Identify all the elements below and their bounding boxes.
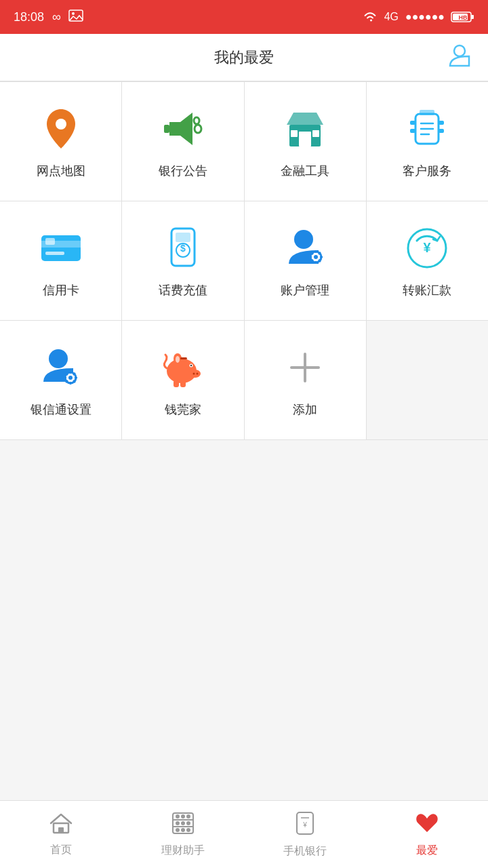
svg-rect-30 — [176, 233, 190, 242]
tab-mobile-banking[interactable]: ¥ 手机银行 — [244, 801, 366, 868]
svg-point-64 — [176, 356, 180, 363]
svg-point-58 — [190, 370, 201, 378]
grid-item-qianmoujia[interactable]: 钱莞家 — [122, 321, 244, 439]
grid-row-1: 网点地图 银行公告 — [0, 82, 488, 201]
abacus-icon — [171, 812, 195, 840]
page-title: 我的最爱 — [214, 47, 274, 68]
map-icon — [37, 104, 85, 153]
svg-rect-27 — [45, 252, 64, 255]
svg-point-33 — [294, 230, 313, 249]
announcement-label: 银行公告 — [159, 163, 207, 179]
grid-item-customer-service[interactable]: 客户服务 — [367, 82, 488, 201]
yintong-label: 银信通设置 — [30, 401, 92, 418]
account-manage-label: 账户管理 — [281, 282, 329, 298]
svg-rect-14 — [291, 130, 298, 137]
svg-text:¥: ¥ — [424, 240, 432, 255]
add-label: 添加 — [293, 401, 317, 418]
svg-text:HB: HB — [459, 14, 468, 21]
svg-point-80 — [186, 821, 190, 825]
svg-point-46 — [49, 349, 68, 368]
tab-mobile-banking-label: 手机银行 — [283, 844, 327, 859]
svg-point-62 — [190, 364, 192, 366]
status-right: 4G ●●●●●● HB — [363, 11, 474, 23]
svg-point-1 — [72, 12, 75, 15]
signal-dots: ●●●●●● — [405, 11, 445, 23]
tab-favorites[interactable]: 最爱 — [366, 801, 488, 868]
svg-rect-18 — [410, 121, 415, 125]
infinity-icon: ∞ — [52, 10, 61, 24]
grid-item-yintong[interactable]: 银信通设置 — [0, 321, 122, 439]
tab-favorites-label: 最爱 — [416, 844, 438, 858]
time: 18:08 — [14, 10, 44, 24]
grid-item-credit-card[interactable]: 信用卡 — [0, 201, 122, 320]
wifi-icon — [363, 11, 378, 23]
grid-item-announcement[interactable]: 银行公告 — [122, 82, 244, 201]
tab-finance-helper-label: 理财助手 — [161, 844, 205, 858]
svg-point-76 — [181, 814, 185, 818]
svg-rect-15 — [312, 130, 319, 137]
grid-item-map[interactable]: 网点地图 — [0, 82, 122, 201]
finance-tools-label: 金融工具 — [281, 163, 329, 179]
image-icon — [69, 10, 83, 24]
svg-marker-8 — [169, 113, 192, 145]
qianmoujia-label: 钱莞家 — [165, 401, 201, 418]
credit-card-label: 信用卡 — [43, 282, 79, 298]
svg-rect-71 — [58, 827, 64, 833]
svg-point-77 — [186, 814, 190, 818]
svg-point-82 — [181, 828, 185, 832]
tab-home-label: 首页 — [50, 843, 72, 857]
status-bar: 18:08 ∞ 4G ●●●●●● HB — [0, 0, 488, 34]
svg-point-6 — [454, 45, 465, 56]
battery-icon: HB — [451, 11, 474, 23]
grid-item-recharge[interactable]: $ 话费充值 — [122, 201, 244, 320]
svg-point-79 — [181, 821, 185, 825]
svg-rect-4 — [471, 15, 474, 19]
grid-row-2: 信用卡 $ 话费充值 — [0, 201, 488, 321]
svg-point-7 — [56, 119, 66, 130]
svg-rect-28 — [45, 238, 55, 245]
user-profile-icon[interactable] — [447, 43, 472, 73]
grid-item-add[interactable]: 添加 — [245, 321, 367, 439]
svg-point-59 — [192, 372, 195, 374]
map-label: 网点地图 — [37, 163, 85, 179]
yintong-icon — [37, 343, 85, 392]
tab-bar: 首页 理财助手 ¥ — [0, 800, 488, 868]
finance-tools-icon — [281, 104, 329, 153]
favorites-icon — [415, 812, 439, 840]
status-left: 18:08 ∞ — [14, 10, 83, 24]
svg-rect-21 — [439, 129, 444, 133]
customer-service-label: 客户服务 — [403, 163, 451, 179]
announcement-icon — [159, 104, 207, 153]
network-type: 4G — [384, 11, 399, 23]
svg-point-11 — [195, 125, 201, 133]
page-header: 我的最爱 — [0, 34, 488, 81]
svg-rect-17 — [420, 110, 434, 115]
transfer-label: 转账汇款 — [403, 282, 451, 298]
svg-point-10 — [194, 117, 199, 124]
tab-home[interactable]: 首页 — [0, 801, 122, 868]
add-icon — [281, 343, 329, 392]
mobile-banking-icon: ¥ — [296, 811, 314, 840]
transfer-icon: ¥ — [403, 224, 451, 273]
svg-rect-19 — [410, 129, 415, 133]
svg-text:¥: ¥ — [302, 821, 307, 829]
svg-rect-67 — [180, 380, 186, 387]
tab-finance-helper[interactable]: 理财助手 — [122, 801, 244, 868]
svg-point-78 — [176, 821, 180, 825]
svg-point-35 — [314, 255, 318, 259]
grid-item-account-manage[interactable]: 账户管理 — [245, 201, 367, 320]
svg-point-48 — [68, 376, 73, 380]
credit-card-icon — [37, 224, 85, 273]
recharge-icon: $ — [159, 224, 207, 273]
svg-rect-20 — [439, 121, 444, 125]
customer-service-icon — [403, 104, 451, 153]
svg-rect-13 — [299, 132, 311, 146]
grid-item-finance-tools[interactable]: 金融工具 — [245, 82, 367, 201]
svg-point-60 — [196, 372, 198, 374]
grid-row-3: 银信通设置 — [0, 321, 488, 440]
svg-rect-65 — [180, 357, 187, 359]
grid-item-transfer[interactable]: ¥ 转账汇款 — [367, 201, 488, 320]
favorites-grid: 网点地图 银行公告 — [0, 81, 488, 440]
piggy-bank-icon — [159, 343, 207, 392]
content-area — [0, 440, 488, 725]
